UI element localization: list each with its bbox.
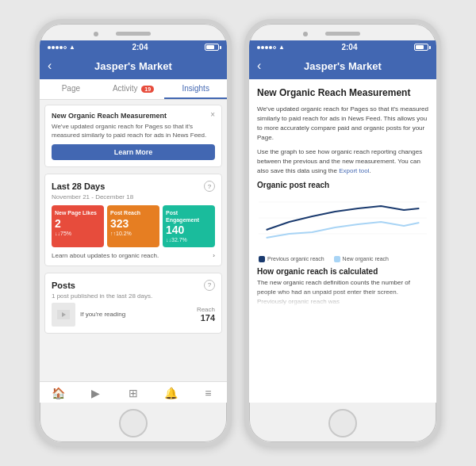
home-button-left[interactable] (119, 409, 148, 437)
nav-bar-left: ‹ Jasper's Market (40, 54, 227, 79)
article-body: New Organic Reach Measurement We've upda… (249, 79, 436, 403)
status-battery-area-left (205, 44, 219, 51)
content-left: × New Organic Reach Measurement We've up… (40, 100, 227, 381)
learn-more-button[interactable]: Learn More (52, 144, 215, 160)
stat-change-likes: ↓75% (55, 231, 101, 236)
status-bar-right: ▲ 2:04 (249, 40, 436, 54)
stat-value-reach: 323 (110, 217, 156, 231)
reach-chart (259, 194, 427, 250)
nav-bell[interactable]: 🔔 (152, 387, 190, 399)
tab-activity[interactable]: Activity 19 (102, 79, 165, 99)
chart-title: Organic post reach (257, 181, 428, 189)
wifi-icon: ▲ (69, 44, 75, 51)
speaker-left (116, 32, 151, 36)
nav-bar-right: ‹ Jasper's Market (249, 54, 436, 79)
bottom-nav-left: 🏠 ▶ ⊞ 🔔 ≡ (40, 381, 227, 403)
stats-date-range: November 21 - December 18 (52, 193, 215, 201)
back-button-left[interactable]: ‹ (48, 59, 62, 73)
stat-change-engagement: ↓32.7% (166, 237, 212, 243)
stat-post-engagement: Post Engagement 140 ↓32.7% (163, 205, 215, 247)
notification-text: We've updated organic reach for Pages so… (52, 122, 215, 139)
speaker-right (325, 32, 360, 36)
screen-left: ▲ 2:04 ‹ Jasper's Market Page (40, 40, 227, 403)
battery-left (205, 44, 219, 51)
dot3 (56, 46, 59, 49)
post-description: If you're reading (80, 311, 192, 318)
dot1 (48, 46, 51, 49)
posts-section: Posts ? 1 post published in the last 28 … (44, 273, 222, 334)
left-phone: ▲ 2:04 ‹ Jasper's Market Page (35, 19, 232, 447)
legend-dot-new (334, 256, 340, 262)
rdot2 (261, 46, 264, 49)
phone-top-bar-right (249, 24, 436, 40)
post-reach-label: Reach (197, 306, 215, 313)
legend-previous: Previous organic reach (259, 256, 324, 262)
stat-value-engagement: 140 (166, 223, 212, 237)
wifi-icon-right: ▲ (278, 44, 285, 51)
stats-header: Last 28 Days ? (52, 181, 215, 192)
home-button-area-left (40, 403, 227, 442)
right-phone: ▲ 2:04 ‹ Jasper's Market New Organic Rea… (244, 19, 441, 447)
home-button-right[interactable] (328, 409, 357, 437)
post-reach-value: 174 (197, 313, 215, 323)
tab-page[interactable]: Page (40, 79, 102, 99)
status-bar-left: ▲ 2:04 (40, 40, 227, 54)
post-thumbnail (52, 303, 75, 327)
battery-fill-left (206, 45, 214, 49)
posts-subtitle: 1 post published in the last 28 days. (52, 292, 215, 300)
stat-new-likes: New Page Likes 2 ↓75% (52, 205, 104, 247)
battery-right (414, 44, 428, 51)
legend-new: New organic reach (334, 256, 389, 262)
article-para-1: We've updated organic reach for Pages so… (257, 105, 428, 143)
bottom-title: How organic reach is calculated (257, 267, 428, 276)
nav-home[interactable]: 🏠 (40, 387, 77, 399)
stat-label-engagement: Post Engagement (166, 210, 212, 223)
article-title: New Organic Reach Measurement (257, 87, 428, 100)
stat-post-reach: Post Reach 323 ↑10.2% (107, 205, 159, 247)
article-content: New Organic Reach Measurement We've upda… (249, 79, 436, 403)
stats-section: Last 28 Days ? November 21 - December 18… (44, 174, 222, 266)
dot4 (60, 46, 63, 49)
nav-grid[interactable]: ⊞ (114, 387, 152, 399)
signal-dots (48, 46, 67, 49)
phone-top-bar-left (40, 24, 227, 40)
status-signal-area-right: ▲ (257, 44, 285, 51)
chart-area: Previous organic reach New organic reach (257, 194, 428, 262)
screen-right: ▲ 2:04 ‹ Jasper's Market New Organic Rea… (249, 40, 436, 403)
notification-card: × New Organic Reach Measurement We've up… (44, 105, 222, 167)
question-icon[interactable]: ? (204, 181, 215, 192)
legend-dot-previous (259, 256, 265, 262)
status-time-left: 2:04 (132, 43, 148, 52)
rdot4 (269, 46, 272, 49)
posts-title: Posts (52, 281, 75, 290)
stats-row: New Page Likes 2 ↓75% Post Reach 323 ↑10… (52, 205, 215, 247)
posts-question-icon[interactable]: ? (204, 280, 215, 291)
back-button-right[interactable]: ‹ (257, 59, 271, 73)
posts-header: Posts ? (52, 280, 215, 291)
rdot5 (273, 46, 276, 49)
camera-left (94, 32, 98, 36)
stats-title: Last 28 Days (52, 181, 105, 191)
activity-badge: 19 (141, 86, 154, 93)
notification-title: New Organic Reach Measurement (52, 112, 215, 120)
post-row: If you're reading Reach 174 (52, 303, 215, 327)
dot2 (52, 46, 55, 49)
status-signal-area: ▲ (48, 44, 75, 51)
close-icon[interactable]: × (210, 110, 215, 119)
export-link[interactable]: Export tool (339, 167, 369, 174)
stat-change-reach: ↑10.2% (110, 231, 156, 236)
tab-insights[interactable]: Insights (164, 79, 227, 99)
dot5 (63, 46, 67, 49)
nav-video[interactable]: ▶ (77, 387, 114, 399)
camera-right (303, 32, 308, 36)
stat-label-likes: New Page Likes (55, 210, 101, 216)
organic-link[interactable]: Learn about updates to organic reach. › (52, 252, 215, 259)
rdot1 (257, 46, 260, 49)
home-button-area-right (249, 403, 436, 442)
chevron-right-icon: › (213, 252, 215, 259)
article-para-2: Use the graph to see how organic reach r… (257, 147, 428, 176)
stat-label-reach: Post Reach (110, 210, 156, 216)
chart-legend: Previous organic reach New organic reach (259, 256, 427, 262)
nav-menu[interactable]: ≡ (190, 387, 227, 399)
nav-title-right: Jasper's Market (271, 60, 414, 72)
